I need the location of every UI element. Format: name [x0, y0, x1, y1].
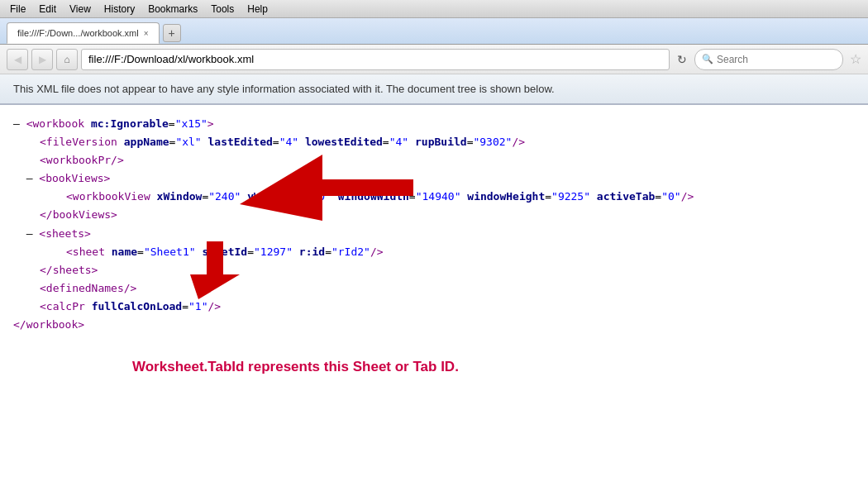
search-input[interactable]: [717, 54, 832, 65]
xml-line-2: <fileVersion appName="xl" lastEdited="4"…: [13, 133, 855, 151]
bookmark-star-button[interactable]: ☆: [850, 51, 861, 67]
xml-line-7: – <sheets>: [13, 225, 855, 243]
menu-help[interactable]: Help: [241, 2, 274, 17]
xml-line-4: – <bookViews>: [13, 169, 855, 188]
search-icon: 🔍: [702, 54, 713, 64]
xml-line-8: <sheet name="Sheet1" sheetId="1297" r:id…: [13, 243, 855, 261]
xml-line-5: <workbookView xWindow="240" yWindow="120…: [13, 188, 855, 206]
menu-view[interactable]: View: [63, 2, 98, 17]
active-tab[interactable]: file:///F:/Down.../workbook.xml ×: [7, 22, 160, 44]
tab-close-button[interactable]: ×: [144, 29, 149, 38]
menu-bar: File Edit View History Bookmarks Tools H…: [0, 0, 868, 18]
xml-line-10: <definedNames/>: [13, 279, 855, 298]
menu-file[interactable]: File: [3, 2, 32, 17]
menu-bookmarks[interactable]: Bookmarks: [141, 2, 204, 17]
menu-edit[interactable]: Edit: [32, 2, 63, 17]
xml-content-wrapper: – <workbook mc:Ignorable="x15"> <fileVer…: [0, 105, 868, 384]
forward-button[interactable]: ▶: [31, 49, 53, 70]
search-bar: 🔍: [694, 49, 843, 70]
xml-line-3: <workbookPr/>: [13, 151, 855, 169]
xml-line-6: </bookViews>: [13, 206, 855, 224]
xml-line-9: </sheets>: [13, 261, 855, 279]
xml-line-1: – <workbook mc:Ignorable="x15">: [13, 115, 855, 133]
annotation-text: Worksheet.TabId represents this Sheet or…: [132, 359, 855, 375]
xml-content: – <workbook mc:Ignorable="x15"> <fileVer…: [0, 105, 868, 344]
info-message: This XML file does not appear to have an…: [13, 83, 555, 95]
xml-line-11: <calcPr fullCalcOnLoad="1"/>: [13, 298, 855, 316]
nav-bar: ◀ ▶ ⌂ ↻ 🔍 ☆: [0, 45, 868, 74]
refresh-button[interactable]: ↻: [673, 50, 691, 69]
url-input[interactable]: [81, 49, 670, 70]
tab-label: file:///F:/Down.../workbook.xml: [17, 28, 139, 38]
info-bar: This XML file does not appear to have an…: [0, 74, 868, 105]
back-button[interactable]: ◀: [7, 49, 28, 70]
home-button[interactable]: ⌂: [56, 49, 78, 70]
menu-tools[interactable]: Tools: [204, 2, 241, 17]
tab-bar: file:///F:/Down.../workbook.xml × +: [0, 18, 868, 45]
xml-line-12: </workbook>: [13, 316, 855, 334]
annotation-area: Worksheet.TabId represents this Sheet or…: [0, 344, 868, 384]
new-tab-button[interactable]: +: [163, 24, 181, 42]
menu-history[interactable]: History: [98, 2, 141, 17]
